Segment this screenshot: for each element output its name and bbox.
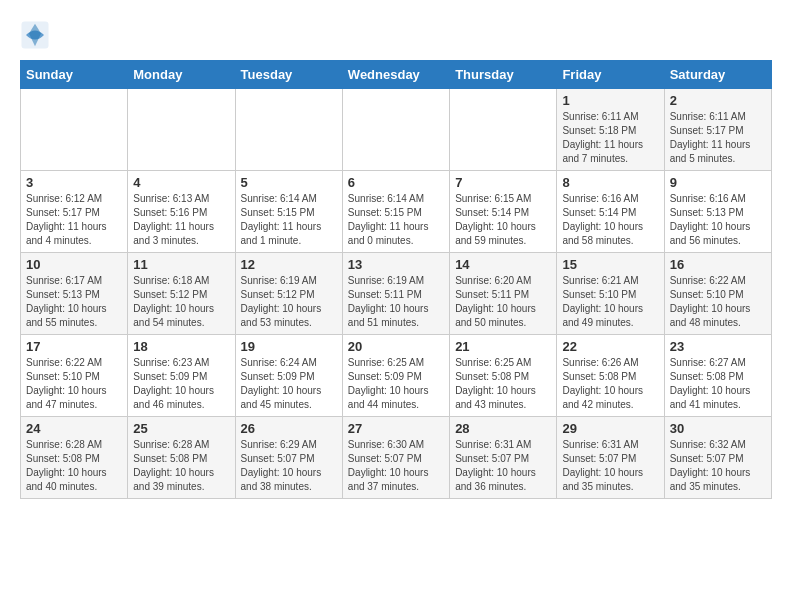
day-number: 10	[26, 257, 122, 272]
day-info: Sunrise: 6:16 AM Sunset: 5:14 PM Dayligh…	[562, 192, 658, 248]
day-number: 3	[26, 175, 122, 190]
day-number: 25	[133, 421, 229, 436]
day-cell: 14Sunrise: 6:20 AM Sunset: 5:11 PM Dayli…	[450, 253, 557, 335]
page-header	[20, 20, 772, 50]
day-number: 30	[670, 421, 766, 436]
day-number: 6	[348, 175, 444, 190]
day-number: 18	[133, 339, 229, 354]
day-cell: 8Sunrise: 6:16 AM Sunset: 5:14 PM Daylig…	[557, 171, 664, 253]
col-header-saturday: Saturday	[664, 61, 771, 89]
day-cell: 11Sunrise: 6:18 AM Sunset: 5:12 PM Dayli…	[128, 253, 235, 335]
day-number: 19	[241, 339, 337, 354]
day-number: 4	[133, 175, 229, 190]
col-header-sunday: Sunday	[21, 61, 128, 89]
day-cell: 6Sunrise: 6:14 AM Sunset: 5:15 PM Daylig…	[342, 171, 449, 253]
day-info: Sunrise: 6:24 AM Sunset: 5:09 PM Dayligh…	[241, 356, 337, 412]
day-number: 28	[455, 421, 551, 436]
day-cell: 15Sunrise: 6:21 AM Sunset: 5:10 PM Dayli…	[557, 253, 664, 335]
day-cell: 21Sunrise: 6:25 AM Sunset: 5:08 PM Dayli…	[450, 335, 557, 417]
day-number: 14	[455, 257, 551, 272]
day-info: Sunrise: 6:16 AM Sunset: 5:13 PM Dayligh…	[670, 192, 766, 248]
day-info: Sunrise: 6:13 AM Sunset: 5:16 PM Dayligh…	[133, 192, 229, 248]
day-number: 24	[26, 421, 122, 436]
day-cell: 9Sunrise: 6:16 AM Sunset: 5:13 PM Daylig…	[664, 171, 771, 253]
day-number: 8	[562, 175, 658, 190]
day-cell: 7Sunrise: 6:15 AM Sunset: 5:14 PM Daylig…	[450, 171, 557, 253]
day-info: Sunrise: 6:22 AM Sunset: 5:10 PM Dayligh…	[26, 356, 122, 412]
day-info: Sunrise: 6:19 AM Sunset: 5:12 PM Dayligh…	[241, 274, 337, 330]
day-info: Sunrise: 6:25 AM Sunset: 5:08 PM Dayligh…	[455, 356, 551, 412]
day-number: 22	[562, 339, 658, 354]
week-row: 24Sunrise: 6:28 AM Sunset: 5:08 PM Dayli…	[21, 417, 772, 499]
day-info: Sunrise: 6:27 AM Sunset: 5:08 PM Dayligh…	[670, 356, 766, 412]
day-info: Sunrise: 6:17 AM Sunset: 5:13 PM Dayligh…	[26, 274, 122, 330]
day-info: Sunrise: 6:12 AM Sunset: 5:17 PM Dayligh…	[26, 192, 122, 248]
day-number: 21	[455, 339, 551, 354]
day-cell: 19Sunrise: 6:24 AM Sunset: 5:09 PM Dayli…	[235, 335, 342, 417]
day-number: 11	[133, 257, 229, 272]
col-header-monday: Monday	[128, 61, 235, 89]
day-info: Sunrise: 6:32 AM Sunset: 5:07 PM Dayligh…	[670, 438, 766, 494]
logo-icon	[20, 20, 50, 50]
col-header-friday: Friday	[557, 61, 664, 89]
col-header-thursday: Thursday	[450, 61, 557, 89]
day-cell: 5Sunrise: 6:14 AM Sunset: 5:15 PM Daylig…	[235, 171, 342, 253]
day-cell: 2Sunrise: 6:11 AM Sunset: 5:17 PM Daylig…	[664, 89, 771, 171]
day-info: Sunrise: 6:11 AM Sunset: 5:18 PM Dayligh…	[562, 110, 658, 166]
day-number: 27	[348, 421, 444, 436]
day-cell: 4Sunrise: 6:13 AM Sunset: 5:16 PM Daylig…	[128, 171, 235, 253]
day-info: Sunrise: 6:23 AM Sunset: 5:09 PM Dayligh…	[133, 356, 229, 412]
day-cell: 30Sunrise: 6:32 AM Sunset: 5:07 PM Dayli…	[664, 417, 771, 499]
day-info: Sunrise: 6:15 AM Sunset: 5:14 PM Dayligh…	[455, 192, 551, 248]
day-number: 29	[562, 421, 658, 436]
day-info: Sunrise: 6:31 AM Sunset: 5:07 PM Dayligh…	[562, 438, 658, 494]
day-info: Sunrise: 6:20 AM Sunset: 5:11 PM Dayligh…	[455, 274, 551, 330]
week-row: 10Sunrise: 6:17 AM Sunset: 5:13 PM Dayli…	[21, 253, 772, 335]
day-info: Sunrise: 6:11 AM Sunset: 5:17 PM Dayligh…	[670, 110, 766, 166]
day-number: 23	[670, 339, 766, 354]
day-cell: 23Sunrise: 6:27 AM Sunset: 5:08 PM Dayli…	[664, 335, 771, 417]
day-number: 7	[455, 175, 551, 190]
day-info: Sunrise: 6:26 AM Sunset: 5:08 PM Dayligh…	[562, 356, 658, 412]
day-info: Sunrise: 6:14 AM Sunset: 5:15 PM Dayligh…	[241, 192, 337, 248]
day-cell	[21, 89, 128, 171]
day-cell: 28Sunrise: 6:31 AM Sunset: 5:07 PM Dayli…	[450, 417, 557, 499]
day-info: Sunrise: 6:28 AM Sunset: 5:08 PM Dayligh…	[133, 438, 229, 494]
day-info: Sunrise: 6:18 AM Sunset: 5:12 PM Dayligh…	[133, 274, 229, 330]
day-info: Sunrise: 6:22 AM Sunset: 5:10 PM Dayligh…	[670, 274, 766, 330]
day-cell: 24Sunrise: 6:28 AM Sunset: 5:08 PM Dayli…	[21, 417, 128, 499]
day-number: 1	[562, 93, 658, 108]
col-header-tuesday: Tuesday	[235, 61, 342, 89]
day-cell: 13Sunrise: 6:19 AM Sunset: 5:11 PM Dayli…	[342, 253, 449, 335]
day-cell	[128, 89, 235, 171]
day-cell: 12Sunrise: 6:19 AM Sunset: 5:12 PM Dayli…	[235, 253, 342, 335]
week-row: 17Sunrise: 6:22 AM Sunset: 5:10 PM Dayli…	[21, 335, 772, 417]
day-info: Sunrise: 6:29 AM Sunset: 5:07 PM Dayligh…	[241, 438, 337, 494]
day-number: 5	[241, 175, 337, 190]
day-info: Sunrise: 6:14 AM Sunset: 5:15 PM Dayligh…	[348, 192, 444, 248]
day-cell: 1Sunrise: 6:11 AM Sunset: 5:18 PM Daylig…	[557, 89, 664, 171]
day-info: Sunrise: 6:31 AM Sunset: 5:07 PM Dayligh…	[455, 438, 551, 494]
day-cell: 18Sunrise: 6:23 AM Sunset: 5:09 PM Dayli…	[128, 335, 235, 417]
day-info: Sunrise: 6:30 AM Sunset: 5:07 PM Dayligh…	[348, 438, 444, 494]
day-cell: 22Sunrise: 6:26 AM Sunset: 5:08 PM Dayli…	[557, 335, 664, 417]
header-row: SundayMondayTuesdayWednesdayThursdayFrid…	[21, 61, 772, 89]
day-number: 15	[562, 257, 658, 272]
day-info: Sunrise: 6:28 AM Sunset: 5:08 PM Dayligh…	[26, 438, 122, 494]
day-cell: 25Sunrise: 6:28 AM Sunset: 5:08 PM Dayli…	[128, 417, 235, 499]
day-cell: 29Sunrise: 6:31 AM Sunset: 5:07 PM Dayli…	[557, 417, 664, 499]
week-row: 3Sunrise: 6:12 AM Sunset: 5:17 PM Daylig…	[21, 171, 772, 253]
day-info: Sunrise: 6:25 AM Sunset: 5:09 PM Dayligh…	[348, 356, 444, 412]
day-number: 17	[26, 339, 122, 354]
day-cell: 10Sunrise: 6:17 AM Sunset: 5:13 PM Dayli…	[21, 253, 128, 335]
day-cell: 26Sunrise: 6:29 AM Sunset: 5:07 PM Dayli…	[235, 417, 342, 499]
calendar-table: SundayMondayTuesdayWednesdayThursdayFrid…	[20, 60, 772, 499]
col-header-wednesday: Wednesday	[342, 61, 449, 89]
day-cell	[235, 89, 342, 171]
day-cell: 20Sunrise: 6:25 AM Sunset: 5:09 PM Dayli…	[342, 335, 449, 417]
day-number: 12	[241, 257, 337, 272]
week-row: 1Sunrise: 6:11 AM Sunset: 5:18 PM Daylig…	[21, 89, 772, 171]
day-number: 20	[348, 339, 444, 354]
day-number: 2	[670, 93, 766, 108]
day-info: Sunrise: 6:19 AM Sunset: 5:11 PM Dayligh…	[348, 274, 444, 330]
